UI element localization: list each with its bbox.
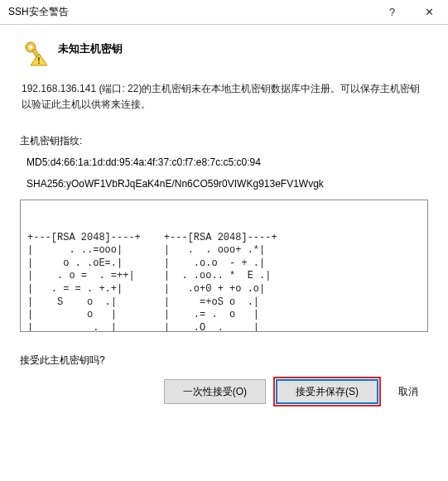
dialog-message: 192.168.136.141 (端口: 22)的主机密钥未在本地主机密钥数据库… (22, 81, 428, 113)
dialog-heading: 未知主机密钥 (58, 41, 123, 56)
help-button[interactable]: ? (373, 0, 411, 25)
md5-fingerprint: MD5:d4:66:1a:1d:dd:95:4a:4f:37:c0:f7:e8:… (26, 156, 428, 168)
sha256-fingerprint: SHA256:yOoWF1VbRJqEaK4nE/Nn6CO59r0VIWKg9… (26, 178, 428, 190)
randomart-box: +---[RSA 2048]----+ | . ..=ooo| | o . .o… (20, 200, 428, 332)
svg-text:!: ! (37, 56, 40, 65)
header-row: ! 未知主机密钥 (20, 38, 428, 68)
warning-key-icon: ! (20, 38, 50, 68)
accept-save-button[interactable]: 接受并保存(S) (276, 379, 378, 404)
close-button[interactable]: ✕ (411, 0, 448, 25)
accept-prompt: 接受此主机密钥吗? (20, 354, 428, 368)
cancel-button[interactable]: 取消 (388, 379, 428, 404)
svg-point-1 (29, 46, 33, 50)
randomart-sha256: +---[RSA 2048]----+ | . . ooo+ .*| | .o.… (164, 232, 277, 333)
randomart-md5: +---[RSA 2048]----+ | . ..=ooo| | o . .o… (27, 232, 141, 333)
dialog-content: ! 未知主机密钥 192.168.136.141 (端口: 22)的主机密钥未在… (0, 25, 448, 414)
titlebar: SSH安全警告 ? ✕ (0, 0, 448, 25)
button-row: 一次性接受(O) 接受并保存(S) 取消 (20, 379, 428, 404)
window-title: SSH安全警告 (0, 5, 373, 19)
accept-once-button[interactable]: 一次性接受(O) (164, 379, 266, 404)
fingerprint-label: 主机密钥指纹: (20, 134, 428, 148)
